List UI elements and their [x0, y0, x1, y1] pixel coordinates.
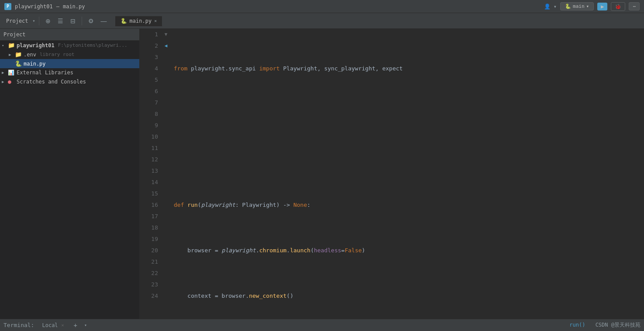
- sidebar-label-playwright01: playwright01: [17, 42, 55, 49]
- collapse-btn[interactable]: ⊟: [68, 16, 78, 26]
- toolbar-separator-1: [39, 17, 39, 25]
- fold-indicator-4[interactable]: ▼: [162, 29, 170, 40]
- add-content-btn[interactable]: ⊕: [43, 16, 53, 26]
- sidebar-item-env[interactable]: ▶ 📁 .env library root: [0, 50, 139, 59]
- sidebar-header: Project: [0, 29, 139, 41]
- sidebar-label-scratches: Scratches and Consoles: [17, 79, 86, 85]
- sidebar-env-tag: library root: [40, 52, 74, 57]
- python-icon-mainpy: 🐍: [15, 60, 22, 67]
- bookmark-21: ◀: [162, 40, 170, 52]
- code-line-3: [174, 154, 641, 165]
- scratches-icon: ●: [8, 78, 15, 85]
- more-icon: ⋯: [633, 3, 636, 9]
- folder-icon-env: 📁: [15, 51, 22, 58]
- project-arrow: ▾: [33, 18, 35, 23]
- code-line-2: [174, 108, 641, 120]
- folder-icon-playwright01: 📁: [8, 42, 15, 49]
- code-line-6: context = browser.new_context(): [174, 290, 641, 302]
- run-triangle-icon: ▶: [601, 3, 604, 10]
- tab-bar: 🐍 main.py ✕: [115, 16, 163, 26]
- sidebar-item-scratches[interactable]: ▶ ● Scratches and Consoles: [0, 77, 139, 86]
- title-bar: P playwright01 – main.py 👤 ▾ 🐍 main ▾ ▶ …: [0, 0, 644, 13]
- title-bar-right: 👤 ▾ 🐍 main ▾ ▶ 🐞 ⋯: [544, 2, 640, 11]
- scroll-from-source-btn[interactable]: ☰: [55, 16, 66, 26]
- tab-file-name: main.py: [130, 18, 152, 24]
- toolbar-separator-2: [82, 17, 82, 25]
- expand-arrow-scratches: ▶: [2, 80, 6, 84]
- sidebar: Project ▾ 📁 playwright01 F:\pytonitems\p…: [0, 29, 140, 319]
- extlibs-icon: 📊: [8, 70, 15, 76]
- title-filename: main.py: [63, 3, 85, 10]
- sidebar-header-label: Project: [3, 31, 26, 38]
- debug-btn[interactable]: 🐞: [611, 2, 625, 11]
- run-btn[interactable]: ▶: [597, 3, 607, 10]
- main-content: Project ▾ 📁 playwright01 F:\pytonitems\p…: [0, 29, 644, 319]
- code-line-1: from playwright.sync_api import Playwrig…: [174, 63, 641, 74]
- user-icon: 👤 ▾: [544, 3, 557, 10]
- settings-btn[interactable]: ⚙: [86, 16, 96, 26]
- expand-arrow-env: ▶: [9, 52, 13, 57]
- local-close-btn[interactable]: ✕: [62, 323, 64, 328]
- sidebar-item-mainpy[interactable]: 🐍 main.py: [0, 59, 139, 68]
- run-config-label: main: [573, 3, 585, 9]
- sidebar-label-extlibs: External Libraries: [17, 70, 73, 76]
- line-numbers: 12345 678910 1112131415 1617181920 21222…: [140, 29, 162, 319]
- bottom-right: run() CSDN @景天科技苑: [569, 321, 641, 329]
- gutter: ▼ ◀: [162, 29, 170, 319]
- sidebar-item-extlibs[interactable]: ▶ 📊 External Libraries: [0, 68, 139, 77]
- code-container[interactable]: 12345 678910 1112131415 1617181920 21222…: [140, 29, 644, 319]
- hide-btn[interactable]: —: [98, 16, 110, 26]
- run-config-arrow: ▾: [586, 3, 589, 9]
- run-config-btn[interactable]: 🐍 main ▾: [560, 2, 594, 10]
- app-icon: P: [4, 3, 11, 10]
- sidebar-label-env: .env: [24, 52, 36, 58]
- local-tab[interactable]: Local ✕: [39, 321, 66, 329]
- terminal-label: Terminal:: [3, 322, 34, 328]
- editor-area: 12345 678910 1112131415 1617181920 21222…: [140, 29, 644, 319]
- title-separator: –: [56, 3, 59, 10]
- tab-file-icon: 🐍: [121, 18, 127, 24]
- project-label: Project: [3, 16, 31, 26]
- expand-arrow-playwright01: ▾: [2, 43, 6, 48]
- bottom-bar: Terminal: Local ✕ + ▾ run() CSDN @景天科技苑: [0, 319, 644, 331]
- local-label: Local: [42, 322, 58, 328]
- tab-close-btn[interactable]: ✕: [154, 18, 157, 23]
- sidebar-item-playwright01[interactable]: ▾ 📁 playwright01 F:\pytonitems\playwri..…: [0, 41, 139, 50]
- project-name: playwright01: [15, 3, 53, 10]
- terminal-chevron[interactable]: ▾: [84, 323, 87, 328]
- code-line-4: def run(playwright: Playwright) -> None:: [174, 199, 641, 211]
- main-py-tab[interactable]: 🐍 main.py ✕: [115, 16, 163, 26]
- sidebar-path-playwright01: F:\pytonitems\playwri...: [58, 42, 127, 48]
- add-terminal-btn[interactable]: +: [72, 322, 79, 329]
- run-label: run(): [569, 322, 585, 328]
- code-editor[interactable]: from playwright.sync_api import Playwrig…: [170, 29, 644, 319]
- python-icon: 🐍: [565, 3, 571, 9]
- toolbar: Project ▾ ⊕ ☰ ⊟ ⚙ — 🐍 main.py ✕: [0, 13, 644, 29]
- code-line-5: browser = playwright.chromium.launch(hea…: [174, 245, 641, 256]
- watermark: CSDN @景天科技苑: [596, 322, 641, 328]
- expand-arrow-extlibs: ▶: [2, 70, 6, 75]
- more-btn[interactable]: ⋯: [629, 2, 640, 10]
- sidebar-label-mainpy: main.py: [24, 61, 46, 67]
- bug-icon: 🐞: [615, 3, 621, 10]
